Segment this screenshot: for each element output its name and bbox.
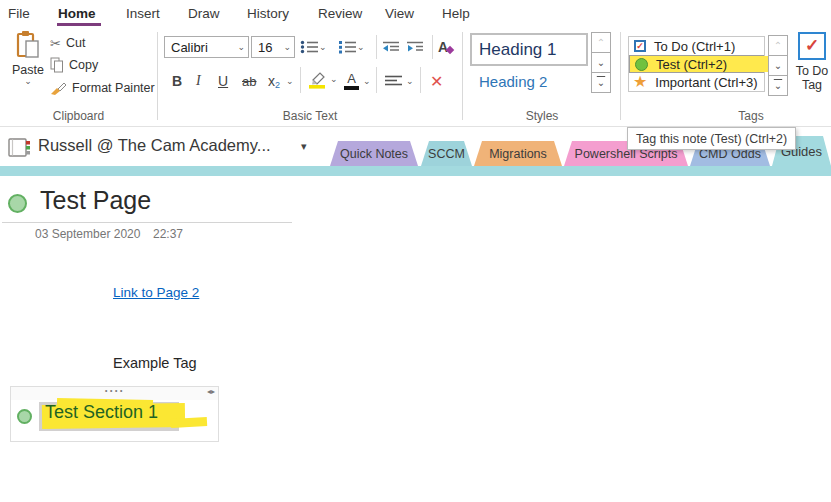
chevron-down-icon: ⌄ xyxy=(406,77,414,86)
right-arrow-icon: ▸ xyxy=(211,387,215,396)
page-date: 03 September 2020 xyxy=(35,227,140,241)
menu-file[interactable]: File xyxy=(8,6,30,21)
group-tags: ✓ To Do (Ctrl+1) Test (Ctrl+2) ★ Importa… xyxy=(621,27,831,126)
menu-review[interactable]: Review xyxy=(318,6,362,21)
font-size-select[interactable]: 16 ⌄ xyxy=(251,36,295,58)
chevron-down-icon: ⌄ xyxy=(357,43,365,52)
example-tag-text[interactable]: Example Tag xyxy=(113,355,197,371)
bold-button[interactable]: B xyxy=(172,69,182,93)
font-name-value: Calibri xyxy=(171,40,237,55)
cut-label: Cut xyxy=(66,36,85,50)
clear-formatting-button[interactable]: A xyxy=(438,36,455,58)
test-tag-circle-icon[interactable] xyxy=(17,409,32,424)
section-tab-migrations[interactable]: Migrations xyxy=(474,141,562,166)
section-tab-label: Migrations xyxy=(489,147,547,161)
tag-tooltip: Tag this note (Test) (Ctrl+2) xyxy=(627,127,796,150)
todo-tag-button[interactable]: ✓ To Do Tag xyxy=(793,32,831,93)
cut-button[interactable]: ✂ Cut xyxy=(50,34,85,52)
highlighter-button[interactable]: ⌄ xyxy=(308,67,338,91)
menu-draw[interactable]: Draw xyxy=(188,6,220,21)
section-tab-quick-notes[interactable]: Quick Notes xyxy=(330,141,418,166)
chevron-down-icon: ⌄ xyxy=(283,43,291,52)
underline-icon: U xyxy=(218,73,228,89)
menu-insert[interactable]: Insert xyxy=(126,6,160,21)
link-to-page-2[interactable]: Link to Page 2 xyxy=(113,285,199,300)
copy-button[interactable]: Copy xyxy=(50,56,98,74)
group-label-tags: Tags xyxy=(681,109,821,123)
paragraph-alignment-button[interactable]: ⌄ xyxy=(384,69,414,93)
subscript-button[interactable]: x 2 ⌄ xyxy=(268,69,294,93)
page-title-tag-icon[interactable] xyxy=(8,194,27,213)
copy-label: Copy xyxy=(69,58,98,72)
chevron-more-icon: ⌄ xyxy=(774,80,782,91)
note-text[interactable]: Test Section 1 xyxy=(45,402,158,423)
note-container-header[interactable]: ···· ◂▸ xyxy=(11,387,218,400)
test-circle-icon xyxy=(635,58,648,71)
scroll-up-button[interactable]: ⌃ xyxy=(768,35,788,56)
menu-help[interactable]: Help xyxy=(442,6,470,21)
style-heading1[interactable]: Heading 1 xyxy=(470,33,588,66)
note-container[interactable]: ···· ◂▸ Test Section 1 xyxy=(10,386,219,442)
format-painter-label: Format Painter xyxy=(72,81,155,95)
bullet-list-button[interactable]: ⌄ xyxy=(300,36,327,58)
font-color-button[interactable]: A ⌄ xyxy=(344,69,371,93)
gallery-more-button[interactable]: ⌄ xyxy=(591,72,611,93)
bullet-list-icon xyxy=(300,40,319,54)
resize-arrows-icon[interactable]: ◂▸ xyxy=(207,387,215,396)
italic-button[interactable]: I xyxy=(196,69,201,93)
menu-home[interactable]: Home xyxy=(58,6,96,21)
scroll-down-button[interactable]: ⌄ xyxy=(768,55,788,76)
style-heading2[interactable]: Heading 2 xyxy=(472,67,590,96)
gallery-more-button[interactable]: ⌄ xyxy=(768,75,788,96)
active-tab-underline xyxy=(57,23,101,26)
star-icon: ★ xyxy=(633,74,647,90)
decrease-indent-icon xyxy=(382,41,400,54)
increase-indent-icon xyxy=(406,41,424,54)
scroll-down-button[interactable]: ⌄ xyxy=(591,52,611,73)
underline-button[interactable]: U xyxy=(218,69,228,93)
group-basic-text: Calibri ⌄ 16 ⌄ ⌄ xyxy=(158,27,462,126)
drag-handle-icon[interactable]: ···· xyxy=(11,384,218,398)
subscript-digit: 2 xyxy=(275,80,280,90)
onenote-window: File Home Insert Draw History Review Vie… xyxy=(0,0,831,502)
tooltip-text: Tag this note (Test) (Ctrl+2) xyxy=(636,132,787,146)
chevron-down-icon[interactable]: ⌄ xyxy=(24,77,32,86)
style-heading1-label: Heading 1 xyxy=(479,40,557,60)
chevron-down-icon: ⌄ xyxy=(363,77,371,86)
clipboard-icon xyxy=(15,30,41,60)
numbered-list-button[interactable]: ⌄ xyxy=(338,36,365,58)
ribbon: Paste ⌄ ✂ Cut Copy Format Painter xyxy=(0,27,831,126)
todo-tag-label-line1: To Do xyxy=(796,64,829,78)
menu-view[interactable]: View xyxy=(385,6,414,21)
eraser-icon xyxy=(446,45,455,55)
strikethrough-icon: ab xyxy=(242,74,256,89)
increase-indent-button[interactable] xyxy=(406,36,424,58)
section-tab-label: SCCM xyxy=(428,147,465,161)
scroll-up-button[interactable]: ⌃ xyxy=(591,32,611,53)
page-title[interactable]: Test Page xyxy=(40,186,151,215)
todo-tag-label-line2: Tag xyxy=(802,78,822,92)
tag-important[interactable]: ★ Important (Ctrl+3) xyxy=(629,73,764,91)
tag-todo[interactable]: ✓ To Do (Ctrl+1) xyxy=(629,37,764,55)
section-tab-sccm[interactable]: SCCM xyxy=(421,141,472,166)
paste-button[interactable]: Paste ⌄ xyxy=(6,30,50,104)
chevron-more-icon: ⌄ xyxy=(597,77,605,88)
close-icon: ✕ xyxy=(430,72,443,91)
group-clipboard: Paste ⌄ ✂ Cut Copy Format Painter xyxy=(0,27,157,126)
font-name-select[interactable]: Calibri ⌄ xyxy=(164,36,249,58)
font-size-value: 16 xyxy=(258,40,283,55)
font-color-icon: A xyxy=(344,72,359,90)
delete-button[interactable]: ✕ xyxy=(430,69,443,93)
chevron-up-icon: ⌃ xyxy=(774,40,782,51)
subscript-icon: x xyxy=(268,73,275,89)
format-painter-button[interactable]: Format Painter xyxy=(50,79,155,97)
notebook-title[interactable]: Russell @ The Cam Academy... xyxy=(38,136,271,155)
menu-history[interactable]: History xyxy=(247,6,289,21)
button-separator xyxy=(376,35,377,59)
decrease-indent-button[interactable] xyxy=(382,36,400,58)
scissors-icon: ✂ xyxy=(50,36,61,51)
tag-test[interactable]: Test (Ctrl+2) xyxy=(629,55,764,73)
notebook-dropdown-icon[interactable]: ▾ xyxy=(301,140,307,153)
strikethrough-button[interactable]: ab xyxy=(242,69,256,93)
italic-icon: I xyxy=(196,73,201,89)
